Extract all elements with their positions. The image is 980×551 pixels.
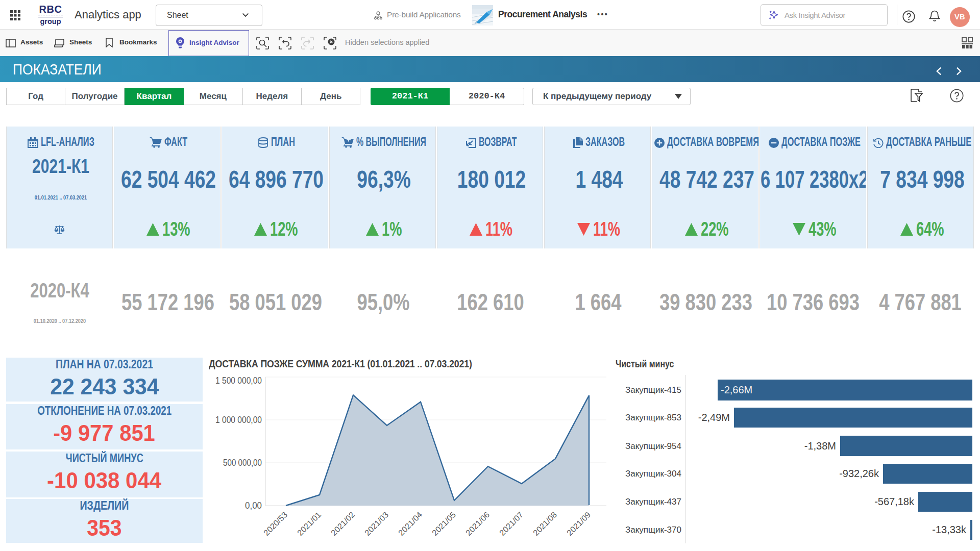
svg-text:Закупщик-415: Закупщик-415 xyxy=(625,385,681,395)
svg-text:Закупщик-954: Закупщик-954 xyxy=(625,441,681,451)
svg-text:2021/09: 2021/09 xyxy=(565,510,592,537)
svg-text:-567,18k: -567,18k xyxy=(874,496,915,507)
svg-text:2021/01: 2021/01 xyxy=(296,510,323,537)
svg-text:0,00: 0,00 xyxy=(245,500,262,511)
svg-text:Закупщик-304: Закупщик-304 xyxy=(625,469,681,479)
svg-text:2021/03: 2021/03 xyxy=(363,510,390,537)
svg-text:-2,49M: -2,49M xyxy=(698,412,730,423)
svg-text:2021/06: 2021/06 xyxy=(464,510,491,537)
svg-text:2021/05: 2021/05 xyxy=(430,510,457,537)
svg-text:Закупщик-437: Закупщик-437 xyxy=(625,497,681,507)
svg-text:2021/08: 2021/08 xyxy=(531,510,558,537)
svg-text:500 000,00: 500 000,00 xyxy=(223,458,262,468)
svg-text:2021/07: 2021/07 xyxy=(498,510,525,537)
svg-text:-1,38M: -1,38M xyxy=(804,440,836,452)
svg-text:-2,66M: -2,66M xyxy=(721,384,752,395)
svg-text:1 500 000,00: 1 500 000,00 xyxy=(215,375,262,386)
svg-text:2020/53: 2020/53 xyxy=(262,510,289,537)
svg-text:2021/02: 2021/02 xyxy=(329,510,356,537)
svg-text:-932,26k: -932,26k xyxy=(839,468,879,479)
svg-text:Закупщик-370: Закупщик-370 xyxy=(625,525,681,535)
svg-text:-13,33k: -13,33k xyxy=(932,524,967,535)
svg-text:1 000 000,00: 1 000 000,00 xyxy=(215,415,262,425)
svg-text:2021/04: 2021/04 xyxy=(397,510,424,537)
svg-text:Закупщик-853: Закупщик-853 xyxy=(625,413,681,422)
